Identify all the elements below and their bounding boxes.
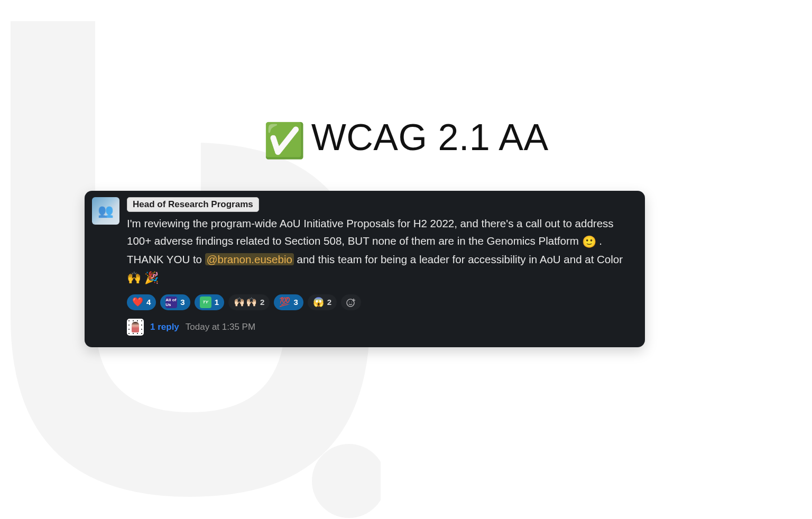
reaction-pill[interactable]: 🙌🏻🙌🏻2 — [228, 294, 270, 310]
reply-timestamp: Today at 1:35 PM — [186, 322, 255, 332]
reaction-pill[interactable]: 😱2 — [308, 294, 337, 310]
reaction-pill[interactable]: TY1 — [195, 294, 224, 310]
reaction-emoji-icon: ❤️ — [132, 298, 143, 307]
reaction-custom-icon: All of Us — [165, 296, 177, 308]
author-avatar[interactable] — [92, 197, 119, 225]
reaction-emoji-icon: 🙌🏻🙌🏻 — [234, 298, 257, 307]
user-mention[interactable]: @branon.eusebio — [205, 253, 294, 265]
svg-point-3 — [352, 302, 353, 303]
reactions-bar: ❤️4All of Us3TY1🙌🏻🙌🏻2💯3😱2 — [127, 294, 635, 310]
reaction-pill[interactable]: All of Us3 — [160, 294, 190, 310]
svg-point-2 — [349, 302, 350, 303]
thread-summary[interactable]: 1 reply Today at 1:35 PM — [127, 319, 635, 336]
slack-message-card: Head of Research Programs I'm reviewing … — [85, 191, 645, 347]
message-text: I'm reviewing the program-wide AoU Initi… — [127, 215, 635, 287]
raised-hands-icon: 🙌 — [127, 271, 141, 284]
reply-count-link[interactable]: 1 reply — [150, 322, 179, 332]
reaction-custom-icon: TY — [200, 296, 211, 308]
reaction-count: 3 — [180, 298, 184, 307]
reaction-count: 2 — [327, 298, 331, 307]
reaction-count: 3 — [293, 298, 298, 307]
smile-icon: 🙂 — [582, 235, 596, 248]
reply-avatar — [127, 319, 144, 336]
reaction-pill[interactable]: 💯3 — [274, 294, 303, 310]
reaction-count: 4 — [146, 298, 151, 307]
reaction-count: 1 — [215, 298, 219, 307]
add-reaction-button[interactable] — [341, 294, 361, 310]
party-icon: 🎉 — [144, 271, 159, 284]
reaction-pill[interactable]: ❤️4 — [127, 294, 156, 310]
check-icon: ✅ — [263, 122, 306, 160]
author-role-badge: Head of Research Programs — [127, 197, 259, 212]
reaction-emoji-icon: 💯 — [279, 298, 290, 307]
headline-text: WCAG 2.1 AA — [311, 117, 549, 158]
reaction-count: 2 — [260, 298, 264, 307]
reaction-emoji-icon: 😱 — [313, 298, 324, 307]
page-headline: ✅WCAG 2.1 AA — [0, 116, 812, 161]
